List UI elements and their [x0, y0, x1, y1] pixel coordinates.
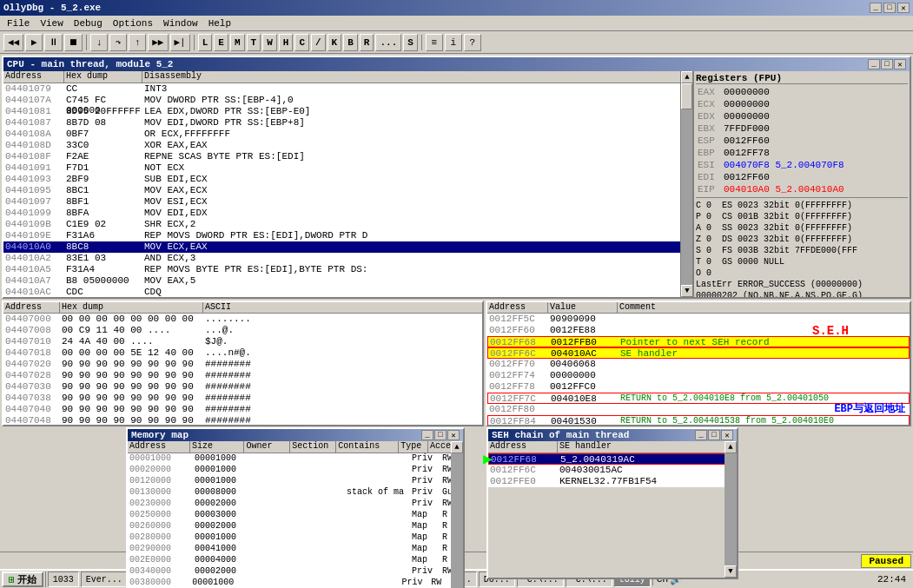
scroll-up-btn[interactable]: ▲ — [681, 71, 693, 83]
toolbar-B[interactable]: B — [343, 34, 358, 51]
seh-scroll-down[interactable]: ▼ — [724, 565, 737, 578]
disasm-row[interactable]: 04401091F7D1NOT ECX — [3, 162, 680, 174]
hex-row[interactable]: 0440702890 90 90 90 90 90 90 90######## — [3, 370, 482, 381]
mem-row[interactable]: 0025000000003000MapR — [128, 510, 463, 521]
toolbar-grid[interactable]: ≡ — [426, 34, 443, 51]
disasm-row[interactable]: 044010978BF1MOV ESI,ECX — [3, 196, 680, 208]
toolbar-question[interactable]: ? — [464, 34, 481, 51]
hex-row[interactable]: 0440701800 00 00 00 5E 12 40 00....n#@. — [3, 347, 482, 359]
mem-row[interactable]: 0013000000008000stack of maPrivGua — [128, 487, 463, 499]
mem-min-btn[interactable]: _ — [421, 430, 433, 440]
toolbar-S[interactable]: S — [403, 34, 418, 51]
hex-row[interactable]: 0440703890 90 90 90 90 90 90 90######## — [3, 393, 482, 404]
disasm-row[interactable]: 044010998BFAMOV EDI,EDX — [3, 208, 680, 219]
seh-row[interactable]: 0012FF6C004030015AC — [488, 465, 737, 476]
mem-row[interactable]: 0002000000001000PrivRW — [128, 465, 463, 476]
stack-row[interactable]: 0012FF7400000000 — [487, 370, 910, 381]
disasm-row[interactable]: 0440109BC1E9 02SHR ECX,2 — [3, 219, 680, 230]
stack-row-ret2[interactable]: 0012FF8400401530RETURN to 5_2.004401538 … — [487, 415, 910, 425]
mem-scroll-up[interactable]: ▲ — [451, 441, 463, 453]
hex-row[interactable]: 0440701024 4A 40 00 ....$J@. — [3, 336, 482, 347]
mem-row[interactable]: 0026000000002000MapR — [128, 521, 463, 532]
disasm-row[interactable]: 044010878B7D 08MOV EDI,DWORD PTR SS:[EBP… — [3, 117, 680, 129]
toolbar-step-out[interactable]: ↑ — [129, 34, 146, 51]
toolbar-stop[interactable]: ⏹ — [64, 34, 83, 51]
menu-help[interactable]: Help — [203, 17, 236, 30]
stack-row[interactable]: 0012FF5C90909090 — [487, 314, 910, 325]
disasm-row[interactable]: 044010A283E1 03AND ECX,3 — [3, 253, 680, 264]
toolbar-M[interactable]: M — [230, 34, 245, 51]
toolbar-R[interactable]: R — [360, 34, 374, 51]
toolbar-rewind[interactable]: ◀◀ — [3, 34, 23, 51]
mem-close-btn[interactable]: ✕ — [447, 430, 460, 440]
mem-row[interactable]: 0012000000001000PrivRW — [128, 476, 463, 487]
scroll-thumb[interactable] — [681, 83, 692, 109]
toolbar-T[interactable]: T — [247, 34, 261, 51]
toolbar-run2[interactable]: ▶| — [170, 34, 190, 51]
menu-debug[interactable]: Debug — [69, 17, 108, 30]
seh-max-btn[interactable]: □ — [708, 430, 720, 440]
disasm-row[interactable]: 044010818D95 20FFFFFFLEA EDX,DWORD PTR S… — [3, 106, 680, 117]
toolbar-run[interactable]: ▶ — [25, 34, 43, 51]
mem-row[interactable]: 0034000000002000PrivRW — [128, 566, 463, 578]
disasm-row[interactable]: 044010A7B8 05000000MOV EAX,5 — [3, 275, 680, 287]
stack-row-seh2[interactable]: 0012FF6C004010ACSE handler — [487, 347, 910, 359]
cpu-max-btn[interactable]: □ — [881, 59, 893, 69]
toolbar-C[interactable]: C — [294, 34, 309, 51]
disasm-row[interactable]: 044010932BF9SUB EDI,ECX — [3, 174, 680, 185]
toolbar-K[interactable]: K — [327, 34, 342, 51]
taskbar-item-ever[interactable]: Ever... — [81, 571, 128, 587]
mem-row[interactable]: 0023000000002000PrivRW — [128, 499, 463, 510]
toolbar-step-over[interactable]: ↷ — [109, 34, 127, 51]
cpu-close-btn[interactable]: ✕ — [894, 59, 906, 69]
seh-row[interactable]: 0012FFE0KERNEL32.77FB1F54 — [488, 476, 737, 487]
disasm-row[interactable]: 044010ACCDCCDQ — [3, 287, 680, 297]
hex-row[interactable]: 0440704090 90 90 90 90 90 90 90######## — [3, 404, 482, 415]
cpu-min-btn[interactable]: _ — [868, 59, 880, 69]
toolbar-animate[interactable]: ▶▶ — [148, 34, 168, 51]
toolbar-dots[interactable]: ... — [375, 34, 401, 51]
toolbar-L[interactable]: L — [198, 34, 213, 51]
disasm-row[interactable]: 044010958BC1MOV EAX,ECX — [3, 185, 680, 196]
hex-row[interactable]: 0440700800 C9 11 40 00 .......@. — [3, 325, 482, 336]
menu-window[interactable]: Window — [158, 17, 203, 30]
disasm-row[interactable]: 0440108D33C0XOR EAX,EAX — [3, 140, 680, 151]
toolbar-info[interactable]: i — [445, 34, 462, 51]
seh-scroll-up[interactable]: ▲ — [724, 441, 737, 453]
mem-row[interactable]: 0028000000001000MapR — [128, 532, 463, 544]
disasm-row[interactable]: 04401079CCINT3 — [3, 83, 680, 95]
hex-row[interactable]: 0440702090 90 90 90 90 90 90 90######## — [3, 359, 482, 370]
toolbar-W[interactable]: W — [262, 34, 277, 51]
minimize-btn[interactable]: _ — [870, 3, 882, 13]
hex-row[interactable]: 0440704890 90 90 90 90 90 90 90######## — [3, 415, 482, 425]
toolbar-slash[interactable]: / — [311, 34, 326, 51]
stack-row[interactable]: 0012FF780012FFC0 — [487, 381, 910, 393]
disasm-row[interactable]: 0440109EF31A6REP MOVS DWORD PTR ES:[EDI]… — [3, 230, 680, 241]
menu-options[interactable]: Options — [108, 17, 158, 30]
disasm-row-selected[interactable]: 044010A08BC8MOV ECX,EAX — [3, 241, 680, 253]
disasm-row[interactable]: 044010A5F31A4REP MOVS BYTE PTR ES:[EDI],… — [3, 264, 680, 275]
scroll-down-btn[interactable]: ▼ — [681, 285, 693, 297]
mem-row[interactable]: 0038000000001000PrivRW Gua — [128, 578, 463, 588]
toolbar-step-into[interactable]: ↓ — [90, 34, 108, 51]
menu-file[interactable]: File — [2, 17, 35, 30]
mem-max-btn[interactable]: □ — [434, 430, 447, 440]
disasm-row[interactable]: 0440108A0BF7OR ECX,FFFFFFFF — [3, 129, 680, 140]
toolbar-E[interactable]: E — [214, 34, 228, 51]
seh-close-btn[interactable]: ✕ — [721, 430, 733, 440]
hex-row[interactable]: 0440703090 90 90 90 90 90 90 90######## — [3, 381, 482, 393]
toolbar-H[interactable]: H — [279, 34, 294, 51]
seh-row-selected[interactable]: 0012FF685_2.0040319AC — [488, 453, 737, 465]
stack-row[interactable]: 0012FF7000406068 — [487, 359, 910, 370]
taskbar-item-1033[interactable]: 1033 — [48, 571, 79, 587]
seh-min-btn[interactable]: _ — [695, 430, 707, 440]
mem-row[interactable]: 002E000000004000MapR — [128, 555, 463, 566]
mem-row[interactable]: 0029000000041000MapR — [128, 544, 463, 555]
start-button[interactable]: ⊞ 开始 — [2, 571, 43, 587]
disasm-row[interactable]: 0440108FF2AEREPNE SCAS BYTE PTR ES:[EDI] — [3, 151, 680, 162]
mem-row[interactable]: 0000100000001000PrivRW — [128, 453, 463, 465]
disasm-row[interactable]: 0440107AC745 FC 000000MOV DWORD PTR SS:[… — [3, 95, 680, 106]
maximize-btn[interactable]: □ — [883, 3, 896, 13]
menu-view[interactable]: View — [35, 17, 68, 30]
close-btn[interactable]: ✕ — [897, 3, 910, 13]
